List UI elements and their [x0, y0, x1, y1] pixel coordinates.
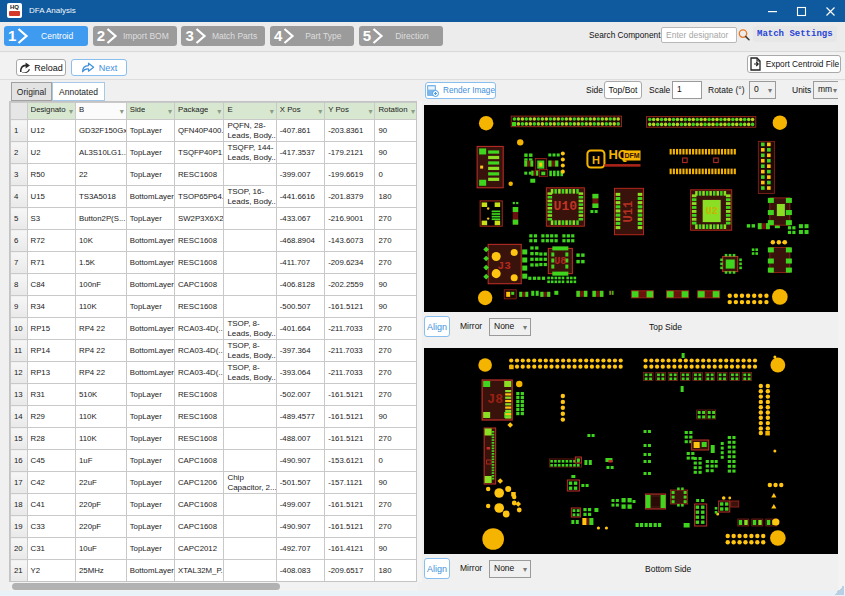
svg-text:U10: U10 [554, 199, 578, 214]
svg-text:DFM: DFM [624, 152, 639, 159]
svg-text:U11: U11 [622, 201, 636, 223]
svg-text:U2: U2 [706, 206, 718, 217]
svg-text:J8: J8 [487, 393, 503, 408]
svg-text:J3: J3 [498, 260, 512, 272]
svg-text:U8: U8 [554, 256, 566, 267]
svg-text:H: H [592, 154, 600, 166]
